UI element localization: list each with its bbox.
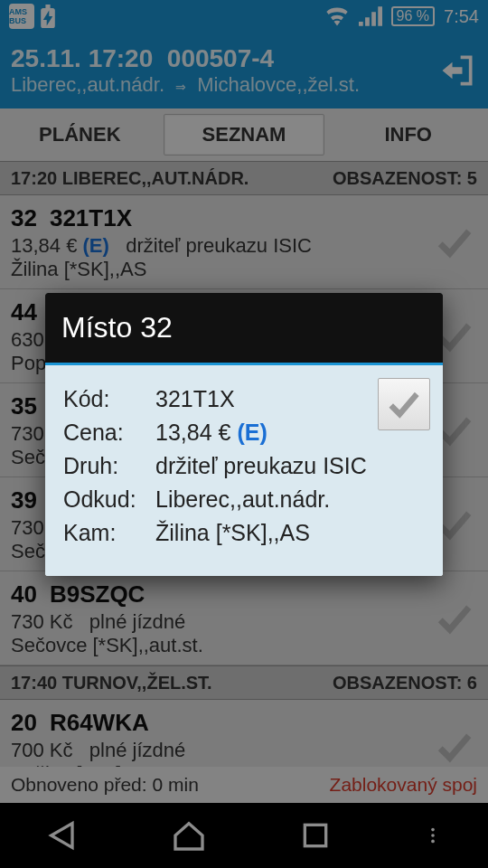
confirm-button[interactable] [378, 378, 430, 430]
value-kam: Žilina [*SK],,AS [155, 517, 374, 549]
value-odkud: Liberec,,aut.nádr. [155, 484, 374, 515]
label-cena: Cena: [63, 417, 154, 448]
value-cena-tag: (E) [237, 420, 267, 445]
dialog-title: Místo 32 [45, 293, 443, 365]
label-druh: Druh: [63, 450, 154, 482]
value-druh: držiteľ preukazu ISIC [155, 450, 374, 482]
modal-overlay[interactable]: Místo 32 Kód:321T1X Cena:13,84 € (E) Dru… [0, 0, 488, 868]
label-odkud: Odkud: [63, 484, 154, 515]
seat-detail-dialog: Místo 32 Kód:321T1X Cena:13,84 € (E) Dru… [45, 293, 443, 576]
value-kod: 321T1X [155, 383, 374, 415]
value-cena: 13,84 € [155, 420, 230, 445]
label-kod: Kód: [63, 383, 154, 415]
label-kam: Kam: [63, 517, 154, 549]
